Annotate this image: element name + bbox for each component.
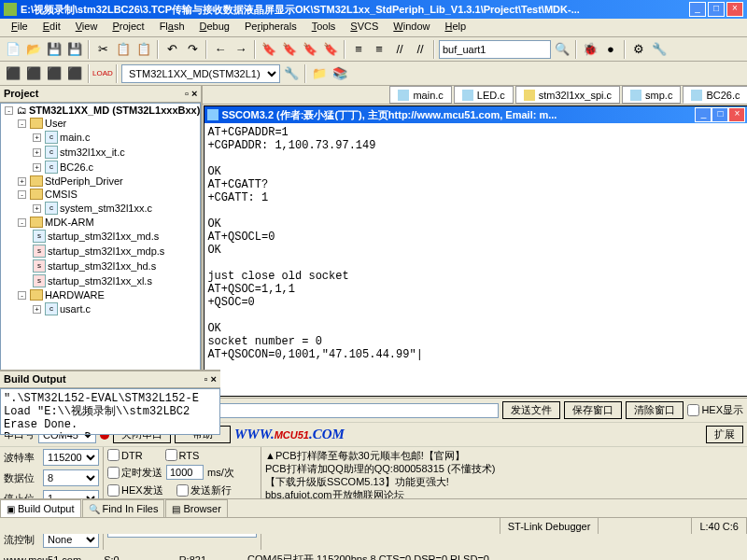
tab-browser[interactable]: ▤ Browser	[165, 499, 227, 517]
menu-tools[interactable]: Tools	[304, 19, 344, 36]
bottom-tabs: ▣ Build Output 🔍 Find In Files ▤ Browser	[0, 498, 747, 517]
bookmark-icon[interactable]: 🔖	[260, 40, 278, 59]
expand-button[interactable]: 扩展	[706, 426, 743, 443]
menu-debug[interactable]: Debug	[192, 19, 237, 36]
batch-icon[interactable]: ⬛	[65, 64, 84, 83]
menu-file[interactable]: File	[4, 19, 35, 36]
buildall-icon[interactable]: ⬛	[45, 64, 63, 83]
mcu51-logo: WWW.MCU51.COM	[234, 427, 345, 442]
tab-bc26[interactable]: BC26.c	[683, 86, 747, 104]
books-icon[interactable]: 📚	[331, 64, 349, 83]
menubar: File Edit View Project Flash Debug Perip…	[0, 19, 747, 37]
paste-icon[interactable]: 📋	[134, 40, 153, 59]
maximize-button[interactable]: □	[708, 2, 725, 17]
indent-icon[interactable]: ≡	[349, 40, 368, 59]
statusbar: ST-Link Debugger L:40 C:6	[0, 517, 747, 534]
menu-window[interactable]: Window	[386, 19, 437, 36]
menu-project[interactable]: Project	[105, 19, 151, 36]
panel-close-icon[interactable]: ▫ ×	[185, 88, 197, 100]
nav-fwd-icon[interactable]: →	[232, 40, 250, 59]
bookmark3-icon[interactable]: 🔖	[301, 40, 319, 59]
file-tabs: main.c LED.c stm32l1xx_spi.c smp.c BC26.…	[203, 86, 747, 105]
tab-spi[interactable]: stm32l1xx_spi.c	[515, 86, 620, 104]
save-window-button[interactable]: 保存窗口	[564, 401, 622, 419]
open-icon[interactable]: 📂	[24, 40, 43, 59]
rts-check[interactable]	[165, 449, 177, 461]
sscom-min[interactable]: _	[695, 107, 712, 122]
sscom-close[interactable]: ×	[728, 107, 745, 122]
send-file-button[interactable]: 发送文件	[502, 401, 560, 419]
uncomment-icon[interactable]: //	[411, 40, 430, 59]
new-icon[interactable]: 📄	[4, 40, 22, 59]
toolbar-2: ⬛ ⬛ ⬛ ⬛ LOAD STM32L1XX_MD(STM32L1) 🔧 📁 📚	[0, 62, 747, 86]
minimize-button[interactable]: _	[689, 2, 706, 17]
main-titlebar: E:\视频录制\stm32LBC26\3.TCP传输与接收数据液晶屏显示OK\S…	[0, 0, 747, 19]
title-text: E:\视频录制\stm32LBC26\3.TCP传输与接收数据液晶屏显示OK\S…	[21, 3, 689, 17]
project-panel-title: Project▫ ×	[0, 86, 201, 103]
clear-window-button[interactable]: 清除窗口	[626, 401, 684, 419]
find-combo[interactable]	[439, 40, 551, 59]
build-output[interactable]: ".\STM32L152-EVAL\STM32L152-E Load "E:\\…	[0, 388, 220, 435]
tab-find-in-files[interactable]: 🔍 Find In Files	[82, 499, 165, 517]
redo-icon[interactable]: ↷	[183, 40, 202, 59]
config-icon[interactable]: ⚙	[629, 40, 648, 59]
databits-combo[interactable]: 8	[43, 469, 99, 486]
timed-send-check[interactable]	[107, 467, 120, 479]
manage-icon[interactable]: 📁	[310, 64, 329, 83]
download-icon[interactable]: LOAD	[93, 64, 112, 83]
build-panel-title: Build Output▫ ×	[0, 371, 220, 388]
copy-icon[interactable]: 📋	[114, 40, 133, 59]
baud-combo[interactable]: 115200	[43, 449, 99, 466]
project-tree[interactable]: -🗂 STM32L1XX_MD (STM32L1xxxBxx) - User +…	[0, 103, 201, 379]
hex-display-check[interactable]	[687, 404, 699, 416]
nav-back-icon[interactable]: ←	[211, 40, 230, 59]
outdent-icon[interactable]: ≡	[370, 40, 388, 59]
bookmark4-icon[interactable]: 🔖	[321, 40, 340, 59]
menu-help[interactable]: Help	[437, 19, 473, 36]
target-combo[interactable]: STM32L1XX_MD(STM32L1)	[121, 64, 280, 83]
tab-smp[interactable]: smp.c	[622, 86, 681, 104]
undo-icon[interactable]: ↶	[162, 40, 181, 59]
cut-icon[interactable]: ✂	[93, 40, 112, 59]
app-icon	[4, 3, 17, 16]
rebuild-icon[interactable]: ⬛	[24, 64, 43, 83]
serial-output[interactable]: AT+CGPADDR=1 +CGPADDR: 1,100.73.97.149 O…	[204, 123, 747, 396]
breakpoint-icon[interactable]: ●	[601, 40, 620, 59]
menu-peripherals[interactable]: Peripherals	[237, 19, 304, 36]
tools-icon[interactable]: 🔧	[650, 40, 669, 59]
tab-build-output[interactable]: ▣ Build Output	[0, 499, 81, 517]
sscom-icon	[207, 109, 218, 120]
interval-input[interactable]	[166, 465, 204, 480]
sscom-max[interactable]: □	[712, 107, 728, 122]
find-icon[interactable]: 🔍	[553, 40, 571, 59]
bookmark2-icon[interactable]: 🔖	[280, 40, 299, 59]
menu-svcs[interactable]: SVCS	[343, 19, 386, 36]
menu-flash[interactable]: Flash	[152, 19, 192, 36]
sscom-titlebar[interactable]: SSCOM3.2 (作者:聂小猛(丁丁), 主页http://www.mcu51…	[204, 106, 747, 123]
close-button[interactable]: ×	[726, 2, 743, 17]
build-icon[interactable]: ⬛	[4, 64, 22, 83]
build-close-icon[interactable]: ▫ ×	[204, 373, 217, 385]
sscom-window: SSCOM3.2 (作者:聂小猛(丁丁), 主页http://www.mcu51…	[204, 105, 747, 397]
menu-view[interactable]: View	[68, 19, 106, 36]
comment-icon[interactable]: //	[390, 40, 409, 59]
send-newline-check[interactable]	[176, 484, 189, 497]
hex-send-check[interactable]	[107, 484, 120, 497]
save-icon[interactable]: 💾	[45, 40, 63, 59]
toolbar-1: 📄 📂 💾 💾 ✂ 📋 📋 ↶ ↷ ← → 🔖 🔖 🔖 🔖 ≡ ≡ // // …	[0, 37, 747, 62]
saveall-icon[interactable]: 💾	[65, 40, 84, 59]
tab-main[interactable]: main.c	[389, 86, 451, 104]
tab-led[interactable]: LED.c	[454, 86, 514, 104]
dtr-check[interactable]	[107, 449, 120, 461]
options-icon[interactable]: 🔧	[282, 64, 301, 83]
debug-icon[interactable]: 🐞	[581, 40, 599, 59]
menu-edit[interactable]: Edit	[35, 19, 68, 36]
site-label: www.mcu51.com	[4, 554, 81, 561]
